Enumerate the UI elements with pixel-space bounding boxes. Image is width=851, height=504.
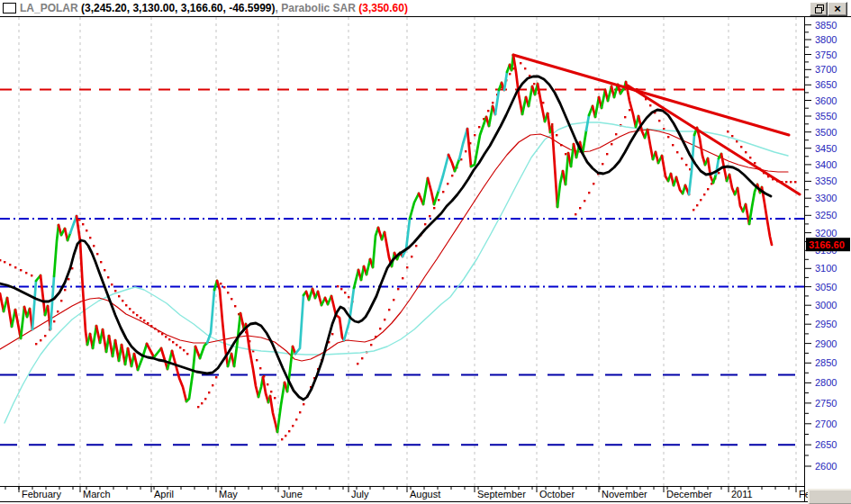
svg-text:3650: 3650 [815, 79, 837, 90]
svg-text:3500: 3500 [815, 127, 837, 138]
svg-text:2850: 2850 [815, 357, 837, 368]
svg-text:3700: 3700 [815, 64, 837, 75]
ma-red-line [0, 130, 788, 361]
price-chart: 3850380037503700365036003550350034503400… [0, 0, 851, 504]
restore-icon [815, 4, 823, 13]
svg-text:3800: 3800 [815, 34, 837, 45]
svg-text:May: May [219, 489, 238, 500]
indicator-name: , Parabolic SAR [276, 2, 359, 14]
svg-text:March: March [83, 489, 111, 500]
svg-text:June: June [281, 489, 303, 500]
symbol-name: LA_POLAR [20, 2, 81, 14]
svg-text:November: November [602, 489, 647, 500]
svg-text:3050: 3050 [815, 282, 837, 292]
svg-text:2700: 2700 [815, 418, 837, 429]
svg-text:3400: 3400 [815, 159, 837, 170]
close-window-button[interactable]: × [828, 2, 847, 16]
svg-text:3100: 3100 [815, 263, 837, 274]
svg-text:2750: 2750 [815, 398, 837, 409]
svg-text:3000: 3000 [815, 300, 837, 310]
month-gridlines [19, 17, 796, 486]
svg-text:2650: 2650 [815, 439, 837, 450]
svg-text:3300: 3300 [815, 193, 837, 203]
svg-text:August: August [410, 489, 440, 500]
last-price-marker: 3166.60 [806, 238, 850, 251]
title-bar[interactable]: LA_POLAR (3,245.20, 3,130.00, 3,166.60, … [0, 0, 851, 17]
svg-text:3250: 3250 [815, 210, 837, 220]
ohlc-values: (3,245.20, 3,130.00, 3,166.60, -46.5999) [81, 2, 276, 14]
svg-text:October: October [539, 489, 575, 500]
svg-text:February: February [22, 489, 62, 500]
svg-text:2800: 2800 [815, 377, 837, 388]
time-axis[interactable]: FebruaryMarchAprilMayJuneJulyAugustSepte… [5, 486, 839, 500]
svg-text:3350: 3350 [815, 176, 837, 186]
svg-text:3550: 3550 [815, 111, 837, 122]
svg-text:3850: 3850 [815, 20, 837, 31]
svg-text:3750: 3750 [815, 50, 837, 60]
scrollbar-resize-corner[interactable] [808, 489, 851, 504]
indicator-value: (3,350.60) [358, 2, 408, 14]
svg-text:2600: 2600 [815, 461, 837, 472]
svg-text:2900: 2900 [815, 338, 837, 349]
svg-text:2011: 2011 [731, 489, 753, 500]
svg-text:3600: 3600 [815, 95, 837, 106]
chart-title: LA_POLAR (3,245.20, 3,130.00, 3,166.60, … [20, 2, 408, 14]
restore-window-button[interactable] [810, 2, 828, 16]
svg-text:April: April [154, 489, 174, 500]
chart-window: 3850380037503700365036003550350034503400… [0, 0, 851, 504]
svg-text:3166.60: 3166.60 [809, 239, 845, 250]
svg-text:July: July [351, 489, 369, 500]
svg-text:2950: 2950 [815, 319, 837, 329]
chart-window-icon[interactable] [3, 3, 16, 14]
svg-text:3450: 3450 [815, 143, 837, 154]
ma-cyan-line [5, 122, 788, 423]
svg-text:3200: 3200 [815, 228, 837, 238]
svg-text:September: September [477, 489, 526, 500]
svg-text:December: December [666, 489, 712, 500]
parabolic-sar-dots [0, 62, 796, 440]
